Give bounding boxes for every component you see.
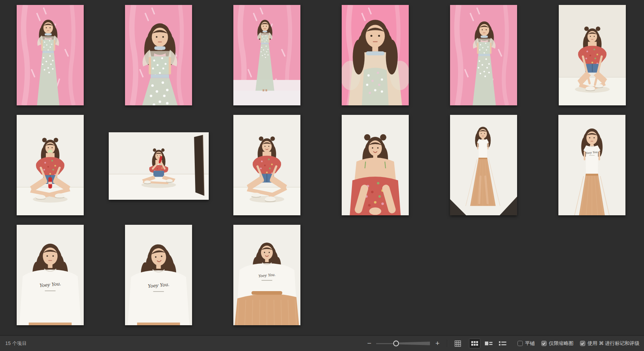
photo-image: [17, 5, 84, 105]
photo-thumbnail[interactable]: [17, 5, 84, 105]
checkbox-box[interactable]: [580, 341, 585, 346]
photo-image: Yoey You.: [233, 225, 300, 325]
photo-image: [559, 5, 626, 105]
photo-thumbnail[interactable]: Yoey You.: [125, 225, 192, 325]
photo-image: Yoey You.: [558, 115, 625, 215]
slider-track-left[interactable]: [376, 343, 396, 344]
thumbnails-view-button[interactable]: [469, 338, 480, 348]
photo-image: [233, 115, 300, 215]
photo-image: Yoey You.: [125, 225, 192, 325]
thumbnail-size-slider[interactable]: [375, 339, 432, 348]
photo-image: [233, 5, 300, 105]
photo-image: [342, 5, 409, 105]
checkbox-box[interactable]: [541, 341, 547, 346]
grid-icon: [455, 340, 461, 347]
photo-thumbnail[interactable]: [109, 132, 209, 200]
status-bar: 15 个项目 − +: [0, 335, 644, 351]
photo-thumbnail[interactable]: Yoey You.: [233, 225, 300, 325]
thumbnails-icon: [471, 340, 478, 346]
thumbnail-grid[interactable]: Yoey You.Yoey You.Yoey You.Yoey You.: [0, 0, 644, 335]
photo-image: [109, 132, 209, 200]
cmd-rating-checkbox-label: 使用 ⌘ 进行标记和评级: [588, 340, 639, 347]
list-view-button[interactable]: [497, 338, 508, 348]
thumbnails-only-checkbox-label: 仅限缩略图: [549, 340, 574, 347]
photo-thumbnail[interactable]: [450, 115, 517, 215]
separator: [447, 340, 448, 347]
photo-image: [17, 115, 84, 215]
tile-checkbox-label: 平铺: [525, 340, 535, 347]
zoom-in-button[interactable]: +: [433, 340, 442, 347]
check-icon: [542, 342, 546, 346]
slider-handle[interactable]: [394, 341, 399, 346]
photo-image: [450, 115, 517, 215]
photo-thumbnail[interactable]: [125, 5, 192, 105]
item-count-label: 15 个项目: [5, 340, 27, 347]
photo-thumbnail[interactable]: [342, 5, 409, 105]
cmd-rating-checkbox[interactable]: 使用 ⌘ 进行标记和评级: [580, 340, 639, 347]
photo-image: Yoey You.: [17, 225, 84, 325]
photo-thumbnail[interactable]: [559, 5, 626, 105]
photo-thumbnail[interactable]: [450, 5, 517, 105]
slider-track-right[interactable]: [396, 342, 430, 345]
details-view-button[interactable]: [483, 338, 494, 348]
tile-checkbox[interactable]: 平铺: [517, 340, 535, 347]
statusbar-controls: − +: [365, 338, 639, 348]
details-icon: [485, 341, 492, 346]
grid-lines-view-button[interactable]: [452, 338, 464, 348]
photo-image: [342, 115, 409, 215]
photo-thumbnail[interactable]: Yoey You.: [558, 115, 625, 215]
list-icon: [499, 341, 506, 346]
thumbnails-only-checkbox[interactable]: 仅限缩略图: [541, 340, 574, 347]
photo-thumbnail[interactable]: [17, 115, 84, 215]
photo-browser-window: Yoey You.Yoey You.Yoey You.Yoey You. 15 …: [0, 0, 644, 351]
zoom-out-button[interactable]: −: [365, 340, 374, 347]
photo-thumbnail[interactable]: Yoey You.: [17, 225, 84, 325]
photo-thumbnail[interactable]: [233, 115, 300, 215]
checkbox-box[interactable]: [517, 341, 523, 346]
photo-thumbnail[interactable]: [342, 115, 409, 215]
check-icon: [580, 342, 585, 346]
slider-graphic: [375, 339, 432, 348]
photo-image: [125, 5, 192, 105]
photo-image: [450, 5, 517, 105]
photo-thumbnail[interactable]: [233, 5, 300, 105]
